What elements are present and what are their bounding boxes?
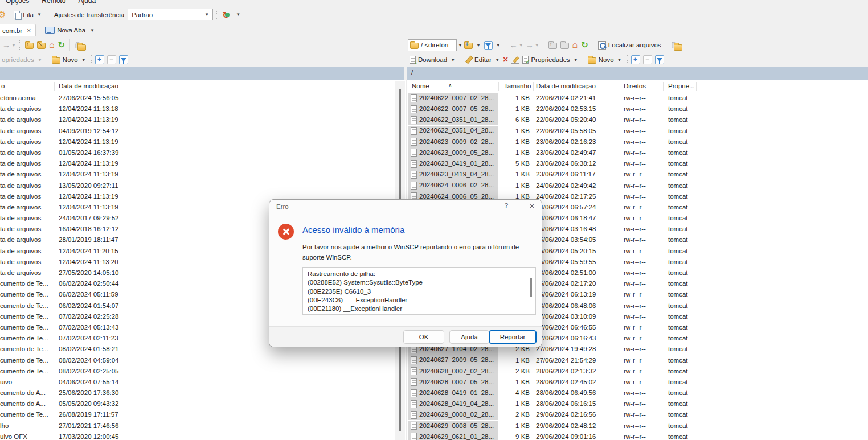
root-directory-button[interactable]: ⟍ (35, 40, 47, 50)
filter-dropdown-button[interactable]: ▼ (482, 40, 502, 51)
local-file-row[interactable]: cumento de Te... 26/08/2019 17:11:57 (0, 409, 395, 420)
delete-button[interactable]: × (501, 55, 510, 65)
remote-file-row[interactable]: 20240622_0007_02_28... 1 KB 22/06/2024 0… (407, 93, 868, 104)
remote-file-row[interactable]: 20240623_0009_02_28... 1 KB 23/06/2024 0… (407, 137, 868, 147)
local-file-row[interactable]: ta de arquivos 12/04/2024 11:13:19 (0, 158, 395, 169)
dialog-close-icon[interactable]: × (525, 201, 539, 212)
root-directory-button-remote[interactable] (559, 40, 571, 50)
local-file-row[interactable]: cumento de Te... 08/02/2024 02:25:05 (0, 366, 395, 377)
home-directory-button[interactable]: ⌂ (47, 40, 56, 50)
remote-file-row[interactable]: 20240623_0419_04_28... 1 KB 23/06/2024 0… (407, 169, 868, 180)
properties-button-remote[interactable]: Propriedades ▼ (521, 55, 579, 65)
local-file-row[interactable]: ta de arquivos 12/04/2024 11:13:19 (0, 169, 395, 180)
remote-file-row[interactable]: 20240623_0419_01_28... 5 KB 23/06/2024 0… (407, 158, 868, 169)
tab-new[interactable]: Nova Aba ▼ (40, 24, 99, 36)
parent-directory-button-remote[interactable]: ↑ (547, 40, 559, 50)
queue-button[interactable]: Fila ▼ (12, 10, 43, 20)
ok-button[interactable]: OK (403, 330, 444, 344)
preferences-gear-icon[interactable]: ⚙ (0, 10, 6, 19)
remote-path-combo[interactable]: / <diretóri (408, 39, 457, 51)
column-header-owner[interactable]: Proprie... (668, 83, 695, 89)
column-divider[interactable] (663, 82, 664, 91)
menu-item[interactable]: Ajuda (78, 0, 96, 5)
chevron-down-icon[interactable]: ▼ (458, 43, 462, 48)
back-icon[interactable]: ← (510, 41, 518, 49)
menu-item[interactable]: Remoto (42, 0, 65, 5)
tab-close-icon[interactable]: × (27, 27, 31, 34)
unselect-files-button-remote[interactable]: − (643, 55, 652, 64)
properties-button-left[interactable]: opriedades ▼ (0, 55, 44, 64)
transfer-preset-combo[interactable]: Padrão ▼ (128, 9, 213, 20)
remote-file-row[interactable]: 20240622_0007_05_28... 1 KB 22/06/2024 0… (407, 104, 868, 114)
drag-handle[interactable] (404, 40, 404, 50)
panel-splitter[interactable] (404, 67, 407, 80)
local-file-row[interactable]: cumento do A... 05/05/2020 09:43:32 (0, 398, 395, 409)
column-divider[interactable] (54, 82, 55, 91)
column-divider[interactable] (533, 82, 534, 91)
local-file-row[interactable]: cumento do A... 25/06/2020 17:36:30 (0, 388, 395, 398)
column-divider[interactable] (696, 82, 697, 91)
remote-file-row[interactable]: 20240627_2009_05_28... 1 KB 27/06/2024 2… (407, 355, 868, 366)
stack-trace-box[interactable]: Rastreamento de pilha: (00288E52) System… (302, 267, 536, 315)
forward-icon[interactable]: → (2, 41, 10, 49)
filter-button-left[interactable] (119, 55, 128, 64)
column-divider[interactable] (619, 82, 619, 91)
local-file-row[interactable]: ta de arquivos 12/04/2024 11:13:19 (0, 137, 395, 147)
remote-file-row[interactable]: 20240628_0007_05_28... 1 KB 28/06/2024 0… (407, 377, 868, 388)
local-file-row[interactable]: ta de arquivos 04/09/2019 12:54:12 (0, 126, 395, 137)
drag-handle[interactable] (627, 55, 628, 65)
drag-handle[interactable] (216, 10, 217, 19)
directory-tree-button[interactable] (73, 39, 88, 51)
stack-scrollbar-thumb[interactable] (530, 278, 532, 297)
parent-directory-button[interactable]: ↑ (23, 40, 35, 50)
remote-file-row[interactable]: 20240628_0419_04_28... 1 KB 28/06/2024 0… (407, 398, 868, 409)
remote-file-row[interactable]: 20240623_0009_05_28... 1 KB 23/06/2024 0… (407, 147, 868, 158)
select-files-button-remote[interactable]: + (631, 55, 640, 64)
forward-icon[interactable]: → (526, 41, 534, 49)
drag-handle[interactable] (91, 55, 92, 65)
report-button[interactable]: Reportar (489, 330, 537, 344)
drag-handle[interactable] (404, 55, 404, 65)
filter-button-remote[interactable] (655, 55, 664, 64)
dialog-title-bar[interactable]: Erro ? × (269, 200, 542, 215)
tab-session[interactable]: com.br × (0, 24, 36, 36)
synchronize-button[interactable]: ▼ (220, 9, 242, 20)
remote-file-row[interactable]: 20240629_0621_01_28... 9 KB 29/06/2024 0… (407, 431, 868, 440)
rename-button[interactable] (510, 55, 521, 65)
local-file-row[interactable]: ta de arquivos 13/05/2020 09:27:11 (0, 180, 395, 191)
drag-handle[interactable] (47, 10, 47, 19)
chevron-down-icon[interactable]: ▼ (519, 43, 523, 48)
column-header-size[interactable]: Tamanho (504, 83, 530, 89)
remote-file-row[interactable]: 20240628_0419_01_28... 4 KB 28/06/2024 0… (407, 388, 868, 398)
remote-current-path[interactable]: / (411, 69, 413, 76)
local-file-row[interactable]: cumento de Te... 08/02/2024 04:59:04 (0, 355, 395, 366)
synchronize-browsing-button[interactable] (669, 39, 684, 51)
local-file-row[interactable]: etório acima 27/06/2024 15:56:05 (0, 93, 395, 104)
column-header-rights[interactable]: Direitos (624, 83, 646, 89)
local-file-row[interactable]: uivo 04/06/2024 07:55:14 (0, 377, 395, 388)
remote-file-row[interactable]: 20240629_0008_05_28... 1 KB 29/06/2024 0… (407, 421, 868, 431)
new-button-remote[interactable]: Novo ▼ (586, 55, 624, 65)
column-divider[interactable] (498, 82, 499, 91)
local-file-row[interactable]: ta de arquivos 12/04/2024 11:13:18 (0, 104, 395, 114)
find-files-button[interactable]: Localizar arquivos (596, 40, 663, 51)
remote-file-row[interactable]: 20240628_0007_02_28... 2 KB 28/06/2024 0… (407, 366, 868, 377)
chevron-down-icon[interactable]: ▼ (11, 43, 16, 48)
menu-item[interactable]: Opções (6, 0, 29, 5)
home-directory-button-remote[interactable]: ⌂ (571, 40, 580, 50)
dialog-help-icon[interactable]: ? (500, 202, 513, 212)
open-directory-button[interactable]: +▼ (462, 40, 482, 50)
column-divider[interactable] (140, 82, 140, 91)
help-button[interactable]: Ajuda (449, 330, 489, 344)
chevron-down-icon[interactable]: ▼ (535, 43, 539, 48)
select-files-button[interactable]: + (95, 55, 104, 64)
drag-handle[interactable] (19, 40, 20, 50)
remote-file-row[interactable]: 20240622_0351_04_28... 1 KB 22/06/2024 0… (407, 126, 868, 137)
unselect-files-button[interactable]: − (107, 55, 116, 64)
remote-file-row[interactable]: 20240629_0008_02_28... 2 KB 29/06/2024 0… (407, 409, 868, 420)
drag-handle[interactable] (543, 40, 543, 50)
column-header-date[interactable]: Data de modificação (536, 83, 596, 89)
drag-handle[interactable] (506, 40, 506, 50)
local-file-row[interactable]: ta de arquivos 12/04/2024 11:13:19 (0, 114, 395, 125)
remote-file-row[interactable]: 20240624_0006_02_28... 1 KB 24/06/2024 0… (407, 180, 868, 191)
